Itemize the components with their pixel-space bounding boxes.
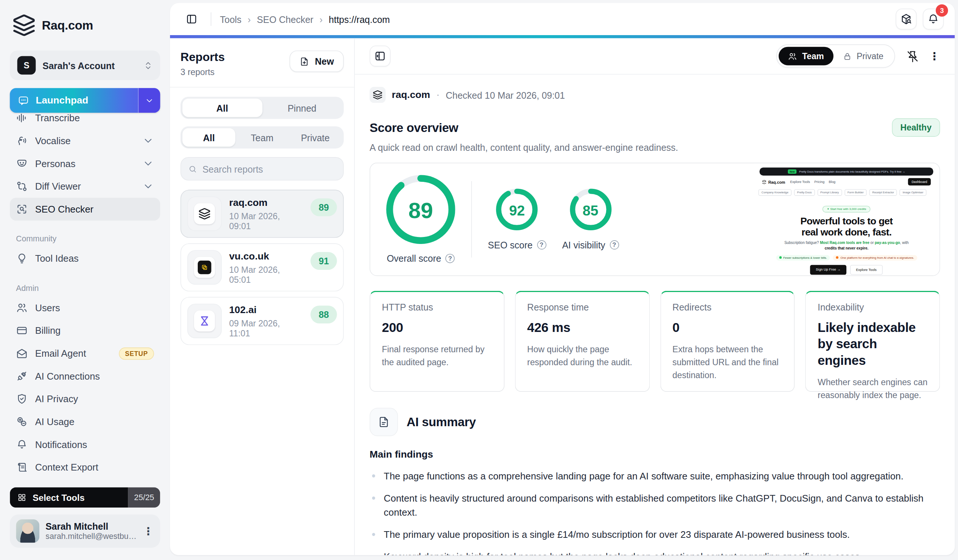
visibility-private-button[interactable]: Private xyxy=(833,47,893,65)
seo-score-ring: 92 SEO score ? xyxy=(488,189,546,250)
user-email: sarah.mitchell@westbur... xyxy=(46,531,137,541)
tab-all[interactable]: All xyxy=(182,99,262,117)
user-menu-button[interactable]: ⋮ xyxy=(143,525,154,538)
chevron-down-icon xyxy=(145,96,154,105)
help-icon[interactable]: ? xyxy=(609,240,619,249)
sidebar-section-community: Community xyxy=(16,234,154,243)
vu-favicon xyxy=(198,260,211,274)
scope-filter-tabs: All Team Private xyxy=(180,127,344,149)
visibility-team-button[interactable]: Team xyxy=(779,47,833,65)
scan-search-icon xyxy=(16,203,28,215)
report-view: Team Private ⋮ xyxy=(355,38,955,555)
grid-icon xyxy=(17,493,27,502)
sidebar-item-label: AI Usage xyxy=(35,416,74,427)
metric-value: 0 xyxy=(672,320,782,336)
sidebar-item-ai-privacy[interactable]: AI Privacy xyxy=(10,387,160,410)
collapse-panel-button[interactable] xyxy=(370,46,391,67)
credit-card-icon xyxy=(16,325,28,336)
sidebar-item-ai-usage[interactable]: AI Usage xyxy=(10,410,160,433)
account-avatar: S xyxy=(17,56,36,75)
launchpad-button[interactable]: Launchpad xyxy=(10,88,160,113)
tab-scope-team[interactable]: Team xyxy=(235,128,289,147)
waveform-icon xyxy=(16,112,28,124)
app: Raq.com S Sarah's Account Launchpad Tran… xyxy=(0,0,958,560)
sidebar-item-label: AI Connections xyxy=(35,371,100,382)
shield-check-icon xyxy=(16,393,28,405)
tab-scope-all[interactable]: All xyxy=(182,128,235,147)
user-card[interactable]: Sarah Mitchell sarah.mitchell@westbur...… xyxy=(10,514,160,548)
chevron-down-icon xyxy=(142,158,154,170)
tab-pinned[interactable]: Pinned xyxy=(262,99,342,117)
report-checked-timestamp: Checked 10 Mar 2026, 09:01 xyxy=(446,90,565,100)
site-screenshot-preview: New Pretty Docs transforms plain documen… xyxy=(753,163,939,275)
select-tools-button[interactable]: Select Tools 25/25 xyxy=(10,487,160,508)
report-list-item-vu[interactable]: vu.co.uk 10 Mar 2026, 05:01 91 xyxy=(180,243,344,291)
reports-title: Reports xyxy=(180,51,225,64)
sidebar: Raq.com S Sarah's Account Launchpad Tran… xyxy=(0,0,170,560)
report-score-badge: 89 xyxy=(311,198,337,216)
sidebar-item-email-agent[interactable]: Email Agent SETUP xyxy=(10,342,160,365)
new-report-button[interactable]: New xyxy=(290,51,344,72)
report-body: raq.com · Checked 10 Mar 2026, 09:01 Sco… xyxy=(370,75,940,555)
tab-scope-private[interactable]: Private xyxy=(289,128,342,147)
separator-dot: · xyxy=(436,89,439,100)
pin-filter-tabs: All Pinned xyxy=(180,97,344,119)
report-menu-button[interactable]: ⋮ xyxy=(929,49,940,62)
sidebar-item-ai-connections[interactable]: AI Connections xyxy=(10,365,160,388)
topbar-divider xyxy=(211,12,211,26)
sidebar-section-admin: Admin xyxy=(16,284,154,293)
account-name: Sarah's Account xyxy=(43,60,137,71)
sidebar-item-billing[interactable]: Billing xyxy=(10,319,160,342)
overall-score-value: 89 xyxy=(386,175,455,246)
sidebar-item-users[interactable]: Users xyxy=(10,297,160,319)
breadcrumb-current-url: https://raq.com xyxy=(329,14,390,24)
report-list-item-102[interactable]: 102.ai 09 Mar 2026, 11:01 88 xyxy=(180,297,344,345)
overall-score-ring: 89 Overall score ? xyxy=(386,175,455,263)
sidebar-item-label: Email Agent xyxy=(35,348,86,359)
report-site-name: raq.com xyxy=(392,89,430,100)
ring-divider xyxy=(471,181,472,258)
package-search-icon xyxy=(900,13,912,25)
lightbulb-icon xyxy=(16,252,28,264)
sidebar-item-label: Transcribe xyxy=(35,113,80,124)
finding-item: Keyword density is high for tool names b… xyxy=(370,550,940,555)
scroll-icon xyxy=(16,461,28,473)
help-icon[interactable]: ? xyxy=(446,254,455,263)
package-search-button[interactable] xyxy=(896,8,917,30)
preview-tool-chips: Company Knowledge Pretty Docs Prompt Lib… xyxy=(753,188,939,196)
breadcrumb-seo-checker[interactable]: SEO Checker xyxy=(257,14,313,24)
metric-title: Indexability xyxy=(818,302,928,313)
sidebar-item-diff-viewer[interactable]: Diff Viewer xyxy=(10,175,160,198)
visibility-private-label: Private xyxy=(857,51,884,61)
score-card: 89 Overall score ? xyxy=(370,163,940,276)
sidebar-item-label: Notifications xyxy=(35,439,87,450)
finding-item: Content is heavily structured around com… xyxy=(370,491,940,519)
help-icon[interactable]: ? xyxy=(537,240,546,249)
sidebar-item-vocalise[interactable]: Vocalise xyxy=(10,129,160,152)
metric-title: Response time xyxy=(527,302,637,313)
coins-icon xyxy=(16,416,28,428)
sidebar-toggle-button[interactable] xyxy=(181,8,202,30)
user-name: Sarah Mitchell xyxy=(46,521,137,531)
sidebar-item-tool-ideas[interactable]: Tool Ideas xyxy=(10,247,160,270)
sidebar-item-seo-checker[interactable]: SEO Checker xyxy=(10,198,160,221)
account-switcher[interactable]: S Sarah's Account xyxy=(10,51,160,80)
sidebar-item-notifications[interactable]: Notifications xyxy=(10,433,160,456)
report-list-item-raq[interactable]: raq.com 10 Mar 2026, 09:01 89 xyxy=(180,190,344,238)
search-reports-box[interactable] xyxy=(180,157,344,180)
metric-indexability: Indexability Likely indexable by search … xyxy=(805,291,940,392)
breadcrumb-tools[interactable]: Tools xyxy=(220,14,241,24)
gradient-divider xyxy=(170,35,955,38)
metric-desc: How quickly the page responded during th… xyxy=(527,343,637,369)
launchpad-expand-button[interactable] xyxy=(139,88,160,113)
file-plus-icon xyxy=(300,57,309,67)
report-score-badge: 88 xyxy=(311,306,337,324)
sidebar-item-personas[interactable]: Personas xyxy=(10,152,160,175)
search-reports-input[interactable] xyxy=(203,164,336,174)
score-overview-title: Score overview xyxy=(370,121,458,135)
pin-off-icon[interactable] xyxy=(906,49,919,62)
sidebar-item-context-export[interactable]: Context Export xyxy=(10,456,160,479)
chevron-down-icon xyxy=(142,180,154,192)
report-date: 10 Mar 2026, 09:01 xyxy=(229,211,303,231)
layers-icon xyxy=(373,90,382,100)
